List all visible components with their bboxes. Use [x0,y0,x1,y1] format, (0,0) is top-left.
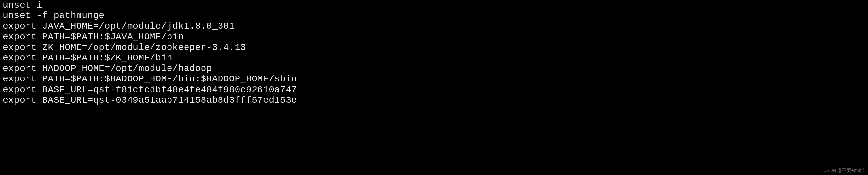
terminal-line: export ZK_HOME=/opt/module/zookeeper-3.4… [3,42,865,53]
terminal-line: unset -f pathmunge [3,10,865,21]
terminal-output: unset i unset -f pathmunge export JAVA_H… [3,0,865,106]
terminal-line: export BASE_URL=qst-0349a51aab714158ab8d… [3,95,865,106]
terminal-line: export PATH=$PATH:$JAVA_HOME/bin [3,32,865,42]
terminal-line: export JAVA_HOME=/opt/module/jdk1.8.0_30… [3,21,865,31]
terminal-line: export HADOOP_HOME=/opt/module/hadoop [3,64,865,74]
terminal-line: unset i [3,0,865,10]
terminal-line: export PATH=$PATH:$HADOOP_HOME/bin:$HADO… [3,74,865,84]
watermark-text: CSDN @不要em0啦 [823,168,865,173]
terminal-line: export PATH=$PATH:$ZK_HOME/bin [3,53,865,64]
terminal-line: export BASE_URL=qst-f81cfcdbf48e4fe484f9… [3,85,865,95]
